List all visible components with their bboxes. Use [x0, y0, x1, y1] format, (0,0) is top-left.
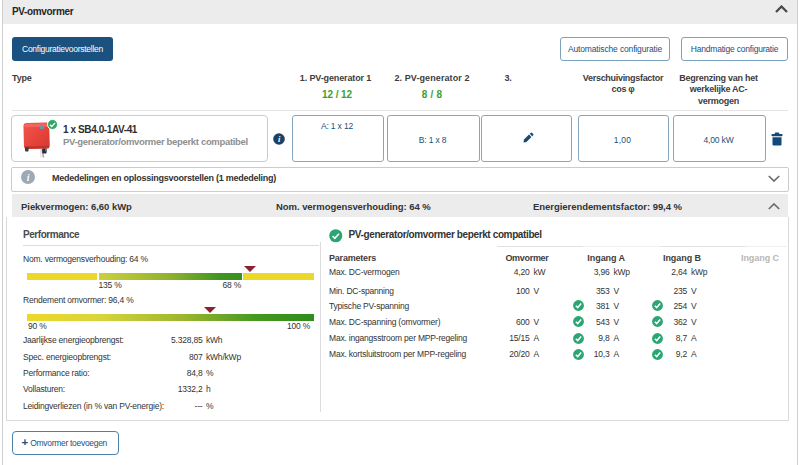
- svg-text:i: i: [27, 171, 30, 182]
